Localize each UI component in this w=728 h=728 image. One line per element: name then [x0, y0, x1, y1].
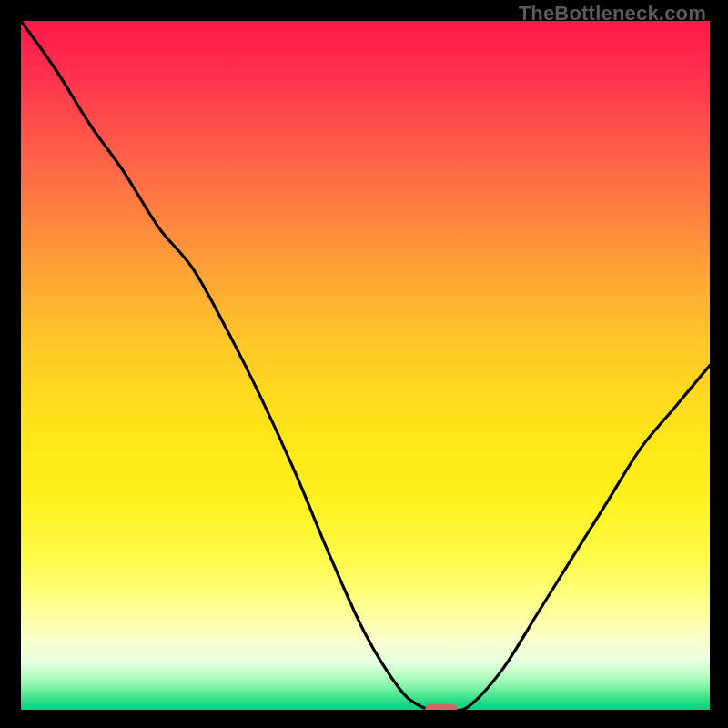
- optimal-marker: [425, 704, 458, 710]
- bottleneck-curve: [21, 21, 710, 710]
- plot-area: [21, 21, 710, 710]
- chart-frame: TheBottleneck.com: [0, 0, 728, 728]
